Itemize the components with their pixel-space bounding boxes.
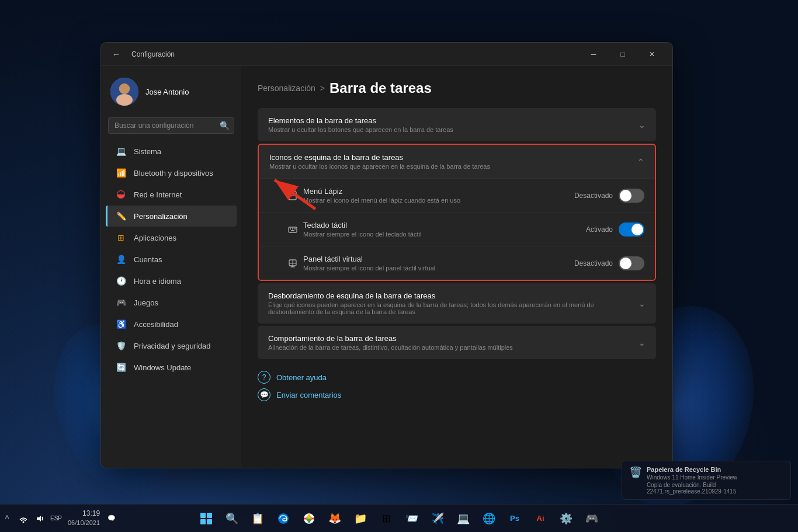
sidebar-icon-privacidad: 🛡️ <box>115 340 127 352</box>
close-button[interactable]: ✕ <box>639 46 665 63</box>
setting-name-lapiz: Menú Lápiz <box>303 187 574 196</box>
setting-info-panel: Panel táctil virtual Mostrar siempre el … <box>303 255 574 272</box>
section-elementos-title: Elementos de la barra de tareas <box>268 116 453 125</box>
help-link[interactable]: ? Obtener ayuda <box>258 371 656 384</box>
sidebar-item-accesibilidad[interactable]: ♿ Accesibilidad <box>106 314 237 335</box>
svg-rect-18 <box>200 513 206 518</box>
mail-button[interactable]: 📨 <box>400 507 424 530</box>
section-desbordamiento-subtitle: Elige qué iconos pueden aparecer en la e… <box>268 301 639 315</box>
tray-volume[interactable] <box>33 512 47 526</box>
toggle-teclado[interactable] <box>619 222 644 237</box>
browser2-button[interactable]: 🌐 <box>477 507 501 530</box>
back-button[interactable]: ← <box>108 46 124 62</box>
sidebar-label-personalizacion: Personalización <box>134 212 188 221</box>
setting-label-teclado: Activado <box>586 225 613 234</box>
setting-control-lapiz: Desactivado <box>574 189 644 203</box>
ps-button[interactable]: Ps <box>503 507 526 530</box>
breadcrumb-current: Barra de tareas <box>329 80 432 96</box>
sidebar-icon-sistema: 💻 <box>115 145 127 157</box>
svg-rect-10 <box>294 228 296 230</box>
section-desbordamiento-header[interactable]: Desbordamiento de esquina de la barra de… <box>258 283 656 324</box>
settings-taskbar-button[interactable]: ⚙️ <box>554 507 578 530</box>
tray-language[interactable]: ESP <box>49 512 63 526</box>
recycle-bin-icon: 🗑️ <box>629 466 642 479</box>
avatar[interactable] <box>110 78 138 106</box>
breadcrumb-separator: > <box>320 84 325 93</box>
edge-button[interactable] <box>272 507 295 530</box>
setting-row-lapiz: Menú Lápiz Mostrar el icono del menú del… <box>259 179 655 213</box>
sidebar-item-sistema[interactable]: 💻 Sistema <box>106 141 237 162</box>
tray-network[interactable] <box>16 512 30 526</box>
svg-rect-21 <box>207 519 212 524</box>
sidebar-label-windows-update: Windows Update <box>134 363 191 372</box>
maximize-button[interactable]: □ <box>609 46 636 63</box>
section-iconos-esquina: Iconos de esquina de la barra de tareas … <box>258 144 656 281</box>
sidebar-item-red[interactable]: Red e Internet <box>106 184 237 205</box>
sidebar-item-bluetooth[interactable]: 📶 Bluetooth y dispositivos <box>106 162 237 183</box>
section-comportamiento: Comportamiento de la barra de tareas Ali… <box>258 326 656 359</box>
sidebar-item-juegos[interactable]: 🎮 Juegos <box>106 292 237 313</box>
section-elementos-arrow: ⌄ <box>639 120 646 130</box>
windows-watermark: 🗑️ Papelera de Recycle Bin Windows 11 Ho… <box>622 461 791 500</box>
sidebar-icon-accesibilidad: ♿ <box>115 318 127 330</box>
toggle-lapiz[interactable] <box>619 189 644 203</box>
feedback-icon: 💬 <box>258 388 270 401</box>
terminal-button[interactable]: 💻 <box>452 507 475 530</box>
tray-chevron[interactable]: ^ <box>0 512 14 526</box>
sidebar-item-privacidad[interactable]: 🛡️ Privacidad y seguridad <box>106 335 237 356</box>
sidebar-icon-cuentas: 👤 <box>115 253 127 265</box>
sidebar-label-juegos: Juegos <box>134 298 158 307</box>
explorer-button[interactable]: 📁 <box>349 507 372 530</box>
section-comportamiento-subtitle: Alineación de la barra de tareas, distin… <box>268 344 513 351</box>
watermark-title: Papelera de Recycle Bin <box>647 466 783 473</box>
minimize-button[interactable]: ─ <box>580 46 607 63</box>
firefox-button[interactable]: 🦊 <box>323 507 346 530</box>
sidebar-item-personalizacion[interactable]: ✏️ Personalización <box>106 206 237 227</box>
svg-rect-7 <box>289 227 297 232</box>
section-elementos-header[interactable]: Elementos de la barra de tareas Mostrar … <box>258 108 656 141</box>
user-section: Jose Antonio <box>101 73 241 115</box>
sidebar-icon-personalizacion: ✏️ <box>115 210 127 222</box>
breadcrumb: Personalización > Barra de tareas <box>258 80 656 96</box>
store-button[interactable]: ⊞ <box>374 507 398 530</box>
start-button[interactable] <box>195 507 218 530</box>
svg-rect-20 <box>200 519 206 524</box>
telegram-button[interactable]: ✈️ <box>426 507 449 530</box>
sidebar-item-cuentas[interactable]: 👤 Cuentas <box>106 249 237 270</box>
search-input[interactable] <box>108 117 234 134</box>
toggle-thumb-panel <box>620 258 632 269</box>
watermark-text: Papelera de Recycle Bin Windows 11 Home … <box>647 466 783 495</box>
sidebar-item-windows-update[interactable]: 🔄 Windows Update <box>106 357 237 378</box>
notification-button[interactable]: 🗨️ <box>105 512 119 526</box>
watermark-line2: Copia de evaluación. Build 22471.rs_prer… <box>647 482 783 495</box>
toggle-thumb-teclado <box>632 224 643 235</box>
taskview-button[interactable]: 📋 <box>246 507 269 530</box>
setting-teclado-inner: Teclado táctil Mostrar siempre el icono … <box>287 221 586 238</box>
steam-button[interactable]: 🎮 <box>580 507 603 530</box>
setting-label-lapiz: Desactivado <box>574 192 613 200</box>
setting-desc-lapiz: Mostrar el icono del menú del lápiz cuan… <box>303 197 574 204</box>
taskbar-clock[interactable]: 13:19 06/10/2021 <box>68 509 100 527</box>
svg-rect-8 <box>290 228 291 230</box>
setting-name-teclado: Teclado táctil <box>303 221 586 230</box>
sidebar: Jose Antonio 🔍 💻 Sistema 📶 Bluetooth y d… <box>101 66 241 468</box>
chrome-button[interactable] <box>297 507 321 530</box>
sidebar-icon-hora: 🕐 <box>115 275 127 287</box>
sidebar-icon-bluetooth: 📶 <box>115 167 127 179</box>
feedback-link[interactable]: 💬 Enviar comentarios <box>258 388 656 401</box>
sidebar-item-aplicaciones[interactable]: ⊞ Aplicaciones <box>106 227 237 248</box>
section-comportamiento-header[interactable]: Comportamiento de la barra de tareas Ali… <box>258 326 656 359</box>
sidebar-icon-red <box>115 189 127 200</box>
sidebar-icon-juegos: 🎮 <box>115 297 127 308</box>
svg-rect-11 <box>291 230 294 231</box>
search-button[interactable]: 🔍 <box>220 507 244 530</box>
setting-desc-teclado: Mostrar siempre el icono del teclado tác… <box>303 231 586 238</box>
breadcrumb-parent[interactable]: Personalización <box>258 84 315 93</box>
search-icon[interactable]: 🔍 <box>220 121 230 130</box>
sidebar-item-hora[interactable]: 🕐 Hora e idioma <box>106 270 237 291</box>
acrobat-button[interactable]: Ai <box>529 507 552 530</box>
section-iconos-subtitle: Mostrar u ocultar los iconos que aparece… <box>269 163 490 170</box>
section-iconos-header[interactable]: Iconos de esquina de la barra de tareas … <box>259 145 655 178</box>
toggle-panel[interactable] <box>619 256 644 270</box>
section-iconos-body: Menú Lápiz Mostrar el icono del menú del… <box>259 178 655 280</box>
